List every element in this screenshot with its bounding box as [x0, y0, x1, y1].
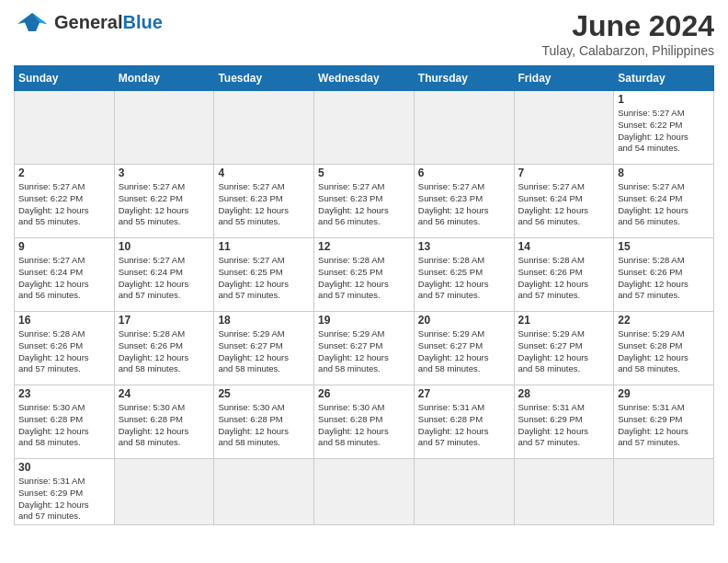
day-cell-30: 30 Sunrise: 5:31 AMSunset: 6:29 PMDaylig…: [15, 459, 115, 525]
day-cell-17: 17 Sunrise: 5:28 AMSunset: 6:26 PMDaylig…: [114, 312, 214, 385]
header: GeneralBlue June 2024 Tulay, Calabarzon,…: [14, 9, 714, 58]
day-cell-7: 7 Sunrise: 5:27 AMSunset: 6:24 PMDayligh…: [514, 165, 614, 238]
day-cell-4: 4 Sunrise: 5:27 AMSunset: 6:23 PMDayligh…: [214, 165, 314, 238]
day-cell-18: 18 Sunrise: 5:29 AMSunset: 6:27 PMDaylig…: [214, 312, 314, 385]
header-monday: Monday: [114, 66, 214, 91]
header-thursday: Thursday: [414, 66, 514, 91]
day-cell-12: 12 Sunrise: 5:28 AMSunset: 6:25 PMDaylig…: [314, 238, 415, 312]
day-cell-22: 22 Sunrise: 5:29 AMSunset: 6:28 PMDaylig…: [614, 312, 714, 385]
day-cell-15: 15 Sunrise: 5:28 AMSunset: 6:26 PMDaylig…: [614, 238, 714, 312]
table-row: 16 Sunrise: 5:28 AMSunset: 6:26 PMDaylig…: [15, 312, 714, 385]
day-cell-8: 8 Sunrise: 5:27 AMSunset: 6:24 PMDayligh…: [614, 165, 714, 238]
day-cell-14: 14 Sunrise: 5:28 AMSunset: 6:26 PMDaylig…: [514, 238, 614, 312]
day-cell-24: 24 Sunrise: 5:30 AMSunset: 6:28 PMDaylig…: [114, 385, 214, 459]
logo-bird-icon: [14, 9, 51, 35]
day-cell-2: 2 Sunrise: 5:27 AMSunset: 6:22 PMDayligh…: [15, 165, 115, 238]
logo-text: GeneralBlue: [54, 12, 163, 33]
table-row: 1 Sunrise: 5:27 AMSunset: 6:22 PMDayligh…: [15, 91, 714, 165]
day-cell-25: 25 Sunrise: 5:30 AMSunset: 6:28 PMDaylig…: [214, 385, 314, 459]
empty-cell: [514, 459, 614, 525]
empty-cell: [414, 91, 514, 165]
day-cell-6: 6 Sunrise: 5:27 AMSunset: 6:23 PMDayligh…: [414, 165, 514, 238]
day-cell-20: 20 Sunrise: 5:29 AMSunset: 6:27 PMDaylig…: [414, 312, 514, 385]
empty-cell: [414, 459, 514, 525]
day-cell-5: 5 Sunrise: 5:27 AMSunset: 6:23 PMDayligh…: [314, 165, 415, 238]
day-cell-19: 19 Sunrise: 5:29 AMSunset: 6:27 PMDaylig…: [314, 312, 415, 385]
table-row: 30 Sunrise: 5:31 AMSunset: 6:29 PMDaylig…: [15, 459, 714, 525]
day-cell-9: 9 Sunrise: 5:27 AMSunset: 6:24 PMDayligh…: [15, 238, 115, 312]
day-cell-21: 21 Sunrise: 5:29 AMSunset: 6:27 PMDaylig…: [514, 312, 614, 385]
logo-area: GeneralBlue: [14, 9, 163, 35]
empty-cell: [15, 91, 115, 165]
day-cell-29: 29 Sunrise: 5:31 AMSunset: 6:29 PMDaylig…: [614, 385, 714, 459]
empty-cell: [214, 91, 314, 165]
empty-cell: [314, 91, 415, 165]
table-row: 9 Sunrise: 5:27 AMSunset: 6:24 PMDayligh…: [15, 238, 714, 312]
header-sunday: Sunday: [15, 66, 115, 91]
header-tuesday: Tuesday: [214, 66, 314, 91]
header-saturday: Saturday: [614, 66, 714, 91]
empty-cell: [114, 91, 214, 165]
empty-cell: [114, 459, 214, 525]
empty-cell: [314, 459, 415, 525]
day-cell-26: 26 Sunrise: 5:30 AMSunset: 6:28 PMDaylig…: [314, 385, 415, 459]
day-cell-11: 11 Sunrise: 5:27 AMSunset: 6:25 PMDaylig…: [214, 238, 314, 312]
day-cell-23: 23 Sunrise: 5:30 AMSunset: 6:28 PMDaylig…: [15, 385, 115, 459]
logo-row: GeneralBlue: [14, 9, 163, 35]
day-cell-27: 27 Sunrise: 5:31 AMSunset: 6:28 PMDaylig…: [414, 385, 514, 459]
day-cell-10: 10 Sunrise: 5:27 AMSunset: 6:24 PMDaylig…: [114, 238, 214, 312]
location-subtitle: Tulay, Calabarzon, Philippines: [541, 43, 714, 58]
table-row: 23 Sunrise: 5:30 AMSunset: 6:28 PMDaylig…: [15, 385, 714, 459]
empty-cell: [214, 459, 314, 525]
day-cell-16: 16 Sunrise: 5:28 AMSunset: 6:26 PMDaylig…: [15, 312, 115, 385]
table-row: 2 Sunrise: 5:27 AMSunset: 6:22 PMDayligh…: [15, 165, 714, 238]
day-cell-3: 3 Sunrise: 5:27 AMSunset: 6:22 PMDayligh…: [114, 165, 214, 238]
calendar-table: Sunday Monday Tuesday Wednesday Thursday…: [14, 65, 714, 525]
header-wednesday: Wednesday: [314, 66, 415, 91]
empty-cell: [514, 91, 614, 165]
header-friday: Friday: [514, 66, 614, 91]
day-cell-28: 28 Sunrise: 5:31 AMSunset: 6:29 PMDaylig…: [514, 385, 614, 459]
title-area: June 2024 Tulay, Calabarzon, Philippines: [541, 9, 714, 58]
empty-cell: [614, 459, 714, 525]
weekday-header-row: Sunday Monday Tuesday Wednesday Thursday…: [15, 66, 714, 91]
day-cell-1: 1 Sunrise: 5:27 AMSunset: 6:22 PMDayligh…: [614, 91, 714, 165]
day-cell-13: 13 Sunrise: 5:28 AMSunset: 6:25 PMDaylig…: [414, 238, 514, 312]
month-year-title: June 2024: [541, 9, 714, 43]
